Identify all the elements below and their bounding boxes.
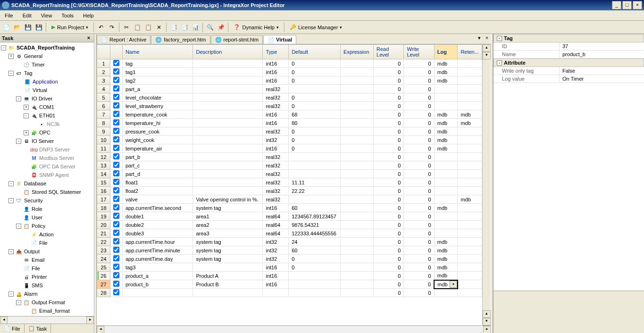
grid-cell[interactable]: 0 (404, 289, 434, 297)
grid-cell[interactable]: mdb (434, 68, 458, 76)
menu-tools[interactable]: Tools (57, 12, 78, 19)
grid-cell[interactable]: mdb (434, 204, 458, 212)
menu-view[interactable]: View (36, 12, 57, 19)
grid-cell[interactable]: 0 (404, 76, 434, 85)
grid-cell[interactable] (458, 212, 482, 221)
grid-cell[interactable]: system tag (193, 246, 263, 255)
column-header[interactable]: Write Level (404, 45, 434, 59)
grid-cell[interactable] (122, 289, 193, 297)
expand-icon[interactable]: - (8, 291, 14, 297)
row-header[interactable]: 8 (97, 119, 110, 127)
tree-modbus[interactable]: MModbus Server (0, 154, 94, 162)
grid-cell[interactable] (193, 68, 263, 76)
row-header[interactable]: 21 (97, 229, 110, 238)
project-tree[interactable]: -📁SCADA_ReportTraining +⚙General 🕐Timer … (0, 42, 94, 316)
row-header[interactable]: 9 (97, 127, 110, 136)
grid-cell[interactable]: mdb (434, 110, 458, 119)
expand-icon[interactable]: + (24, 130, 29, 135)
grid-cell[interactable]: 0 (374, 144, 404, 153)
row-checkbox[interactable] (113, 128, 119, 134)
grid-cell[interactable]: mdb (458, 110, 482, 119)
grid-cell[interactable]: 0 (374, 68, 404, 76)
grid-cell[interactable]: part_d (122, 170, 193, 178)
grid-cell[interactable] (341, 119, 374, 127)
grid-cell[interactable] (341, 102, 374, 110)
grid-cell[interactable] (341, 263, 374, 272)
column-header[interactable]: Log (434, 45, 458, 59)
grid-vscroll[interactable]: ▴ ▾ ▴ ▾ (482, 44, 491, 325)
grid-cell[interactable] (263, 289, 289, 297)
grid-cell[interactable] (193, 153, 263, 161)
grid-cell[interactable] (341, 178, 374, 187)
tabs-close-button[interactable]: × (483, 35, 491, 42)
tabs-menu-button[interactable]: ▾ (476, 35, 483, 42)
grid-cell[interactable]: float1 (122, 178, 193, 187)
row-checkbox[interactable] (113, 136, 119, 142)
row-checkbox[interactable] (113, 272, 119, 278)
grid-cell[interactable]: part_a (122, 85, 193, 93)
doc-tab-virtual[interactable]: 📄Virtual (263, 35, 296, 44)
row-header[interactable]: 15 (97, 178, 110, 187)
column-header[interactable]: Read Level (374, 45, 404, 59)
grid-cell[interactable]: real64 (263, 212, 289, 221)
scroll-right-button[interactable]: ▸ (483, 326, 491, 333)
grid-cell[interactable] (434, 170, 458, 178)
grid-cell[interactable] (341, 170, 374, 178)
grid-cell[interactable]: 0 (404, 272, 434, 280)
row-checkbox[interactable] (113, 289, 119, 295)
expand-icon[interactable]: - (16, 96, 21, 101)
tag-grid[interactable]: NameDescriptionTypeDefaultExpressionRead… (97, 44, 482, 325)
grid-cell[interactable]: int16 (263, 110, 289, 119)
grid-cell[interactable]: int16 (263, 204, 289, 212)
grid-cell[interactable]: system tag (193, 204, 263, 212)
grid-cell[interactable] (193, 178, 263, 187)
grid-cell[interactable]: area3 (193, 229, 263, 238)
grid-cell[interactable]: real32 (263, 187, 289, 195)
row-checkbox[interactable] (113, 196, 119, 202)
grid-cell[interactable] (458, 229, 482, 238)
grid-cell[interactable] (458, 178, 482, 187)
grid-cell[interactable]: 0 (404, 255, 434, 263)
expand-icon[interactable]: - (8, 249, 14, 254)
grid-cell[interactable] (289, 161, 341, 170)
tree-nc3k[interactable]: ▪NC3k (0, 120, 94, 128)
row-checkbox[interactable] (113, 60, 119, 66)
row-checkbox[interactable] (113, 204, 119, 210)
grid-cell[interactable] (193, 93, 263, 102)
row-header[interactable]: 4 (97, 85, 110, 93)
grid-cell[interactable]: 0 (404, 161, 434, 170)
expand-icon[interactable]: - (8, 181, 14, 186)
expand-icon[interactable]: - (8, 71, 14, 76)
grid-cell[interactable] (193, 119, 263, 127)
grid-cell[interactable]: 0 (404, 102, 434, 110)
row-checkbox[interactable] (113, 85, 119, 92)
grid-cell[interactable] (289, 195, 341, 204)
grid-cell[interactable]: mdb (434, 119, 458, 127)
row-header[interactable]: 1 (97, 59, 110, 68)
tree-opc[interactable]: +🧩OPC (0, 128, 94, 137)
grid-cell[interactable] (289, 272, 341, 280)
grid-cell[interactable]: 0 (374, 102, 404, 110)
grid-cell[interactable] (289, 289, 341, 297)
row-checkbox[interactable] (113, 170, 119, 176)
grid-cell[interactable] (434, 102, 458, 110)
grid-cell[interactable] (341, 110, 374, 119)
grid-cell[interactable]: 0 (374, 289, 404, 297)
tree-hscroll[interactable]: ◂ ▸ (0, 316, 94, 324)
grid-cell[interactable] (341, 136, 374, 144)
grid-cell[interactable]: 0 (374, 212, 404, 221)
grid-cell[interactable]: int16 (263, 68, 289, 76)
grid-cell[interactable] (434, 187, 458, 195)
grid-cell[interactable]: 68 (289, 110, 341, 119)
grid-cell[interactable] (434, 229, 458, 238)
grid-cell[interactable]: 0 (289, 255, 341, 263)
grid-cell[interactable] (458, 238, 482, 246)
grid-cell[interactable] (434, 178, 458, 187)
tree-opcda[interactable]: 🧩OPC DA Server (0, 162, 94, 171)
saveall-button[interactable]: 💾 (33, 22, 44, 33)
grid-cell[interactable] (289, 280, 341, 289)
grid-cell[interactable]: 0 (374, 93, 404, 102)
grid-cell[interactable] (341, 229, 374, 238)
minimize-button[interactable]: _ (612, 1, 621, 9)
grid-cell[interactable]: 122333.444455556 (289, 229, 341, 238)
